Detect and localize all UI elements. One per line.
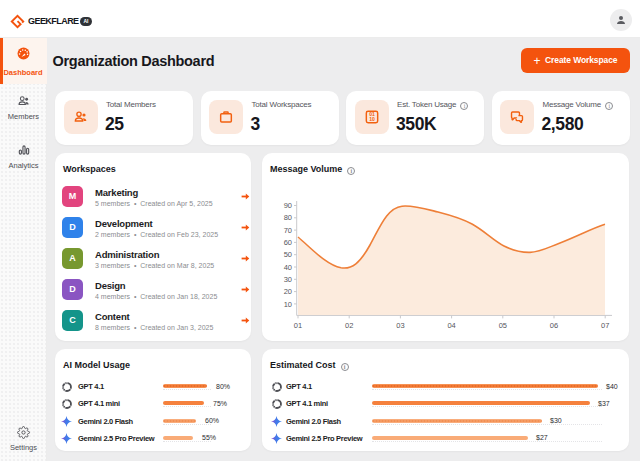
svg-text:03: 03: [396, 321, 404, 330]
svg-text:40: 40: [284, 263, 292, 272]
svg-text:90: 90: [284, 201, 292, 210]
svg-text:01: 01: [294, 321, 302, 330]
svg-text:80: 80: [284, 213, 292, 222]
svg-text:02: 02: [345, 321, 353, 330]
svg-text:05: 05: [499, 321, 507, 330]
svg-text:70: 70: [284, 226, 292, 235]
svg-text:50: 50: [284, 250, 292, 259]
svg-text:30: 30: [284, 275, 292, 284]
svg-text:20: 20: [284, 287, 292, 296]
svg-text:06: 06: [550, 321, 558, 330]
svg-text:10: 10: [369, 116, 375, 122]
svg-text:04: 04: [447, 321, 455, 330]
svg-text:60: 60: [284, 238, 292, 247]
svg-text:07: 07: [601, 321, 609, 330]
svg-text:10: 10: [284, 300, 292, 309]
